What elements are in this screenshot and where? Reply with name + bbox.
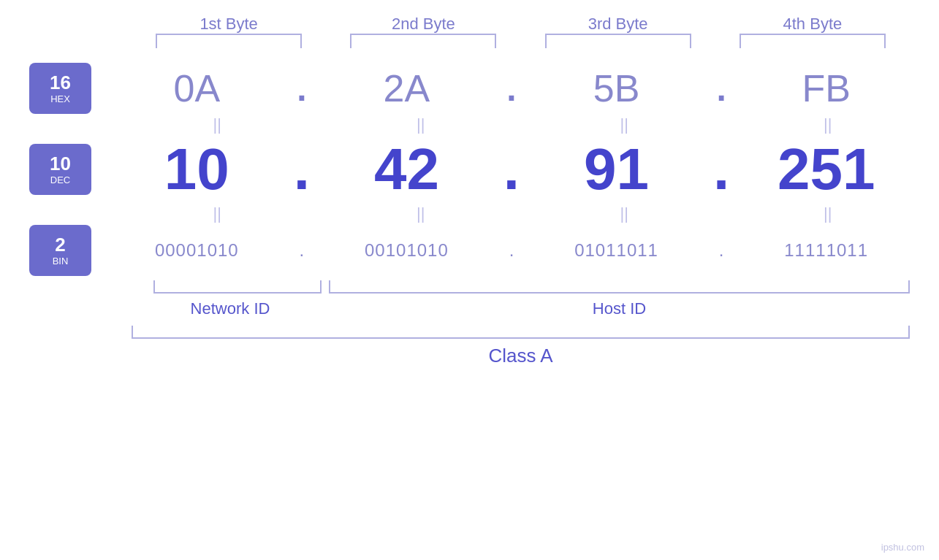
bin-dot1: . — [291, 240, 313, 261]
hex-byte1: 0A — [123, 66, 270, 110]
byte2-header: 2nd Byte — [350, 15, 496, 34]
byte4-header: 4th Byte — [740, 15, 886, 34]
bin-byte1: 00001010 — [123, 240, 270, 261]
host-id-label: Host ID — [329, 299, 910, 318]
eq3: || — [551, 115, 697, 134]
network-id-bracket — [153, 280, 322, 294]
dec-dot1: . — [291, 136, 313, 203]
bin-badge: 2 BIN — [29, 225, 91, 276]
bin-dot2: . — [501, 240, 522, 261]
host-id-bracket — [329, 280, 910, 294]
eq4: || — [755, 115, 901, 134]
byte3-header: 3rd Byte — [545, 15, 691, 34]
eq5: || — [144, 204, 290, 223]
bin-byte4: 11111011 — [753, 240, 900, 261]
eq8: || — [755, 204, 901, 223]
bin-byte2: 00101010 — [333, 240, 479, 261]
hex-dot1: . — [291, 69, 313, 109]
watermark: ipshu.com — [881, 542, 924, 553]
byte1-header: 1st Byte — [156, 15, 302, 34]
bin-dot3: . — [710, 240, 732, 261]
hex-byte3: 5B — [544, 66, 690, 110]
dec-badge: 10 DEC — [29, 144, 91, 195]
dec-byte4: 251 — [753, 136, 900, 203]
class-bracket — [132, 326, 910, 339]
class-label: Class A — [132, 345, 910, 367]
byte2-bracket — [350, 34, 496, 48]
byte3-bracket — [545, 34, 691, 48]
dec-byte3: 91 — [544, 136, 690, 203]
eq1: || — [144, 115, 290, 134]
byte1-bracket — [156, 34, 302, 48]
network-id-label: Network ID — [132, 299, 329, 318]
hex-byte2: 2A — [333, 66, 479, 110]
byte4-bracket — [740, 34, 886, 48]
dec-dot2: . — [501, 136, 522, 203]
dec-dot3: . — [710, 136, 732, 203]
hex-dot3: . — [710, 69, 732, 109]
dec-byte2: 42 — [333, 136, 479, 203]
hex-byte4: FB — [753, 66, 900, 110]
dec-byte1: 10 — [123, 136, 270, 203]
eq2: || — [348, 115, 494, 134]
bin-byte3: 01011011 — [544, 240, 690, 261]
eq7: || — [551, 204, 697, 223]
hex-badge: 16 HEX — [29, 63, 91, 114]
eq6: || — [348, 204, 494, 223]
hex-dot2: . — [501, 69, 522, 109]
